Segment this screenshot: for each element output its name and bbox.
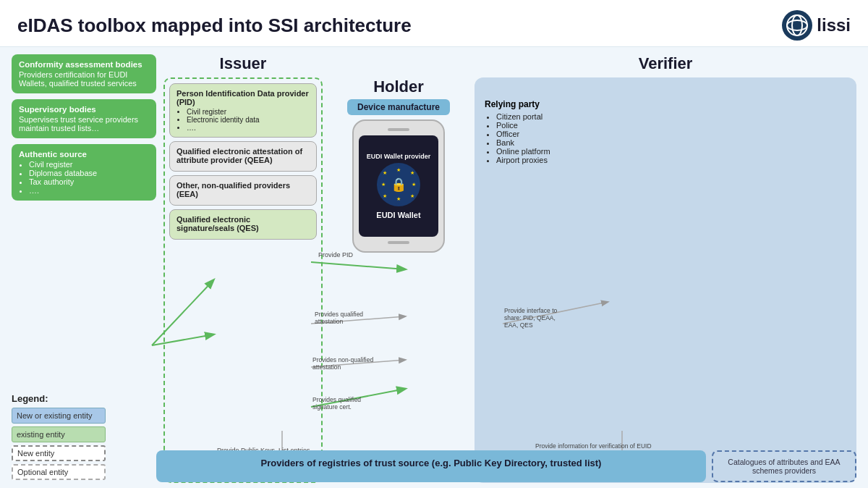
qes-title: Qualified electronic signature/seals (QE… <box>176 215 310 232</box>
legend-optional: Optional entity <box>12 464 156 480</box>
supervisory-box: Supervisory bodies Supervises trust serv… <box>12 99 156 138</box>
relying-party: Relying party Citizen portal Police Offi… <box>485 99 846 164</box>
svg-point-0 <box>787 15 807 35</box>
header: eIDAS toolbox mapped into SSI architectu… <box>0 0 868 47</box>
rp-item-4: Bank <box>496 138 846 147</box>
wallet-provider-label: EUDI Wallet provider <box>367 153 431 160</box>
conformity-title: Conformity assessment bodies <box>19 60 149 69</box>
phone-speaker <box>388 128 409 131</box>
supervisory-title: Supervisory bodies <box>19 105 149 114</box>
relying-party-title: Relying party <box>485 99 846 109</box>
issuer-title: Issuer <box>163 54 323 73</box>
svg-point-2 <box>787 20 807 30</box>
eea-box: Other, non-qualified providers (EEA) <box>169 175 317 206</box>
conformity-box: Conformity assessment bodies Providers c… <box>12 54 156 93</box>
legend-existing: existing entity <box>12 426 156 442</box>
authentic-item-1: Civil register <box>29 160 149 169</box>
bottom-dashed-box: Catalogues of attributes and EAA schemes… <box>712 450 856 482</box>
pid-item-3: …. <box>187 124 310 132</box>
phone-device: EUDI Wallet provider ★ ★ ★ ★ ★ ★ ★ ★ <box>352 119 445 253</box>
eudi-logo: ★ ★ ★ ★ ★ ★ ★ ★ 🔒 <box>377 163 420 206</box>
legend-title: Legend: <box>12 393 156 404</box>
legend: Legend: New or existing entity existing … <box>12 390 156 483</box>
logo: lissi <box>782 10 851 41</box>
svg-point-1 <box>792 15 802 35</box>
qeea-title: Qualified electronic attestation of attr… <box>176 147 310 164</box>
qeea-box: Qualified electronic attestation of attr… <box>169 141 317 172</box>
holder-title: Holder <box>373 77 424 96</box>
logo-text: lissi <box>817 15 851 35</box>
authentic-item-3: Tax authority <box>29 177 149 186</box>
issuer-dashed-box: Person Identification Data provider (PID… <box>163 77 323 483</box>
phone-screen: EUDI Wallet provider ★ ★ ★ ★ ★ ★ ★ ★ <box>359 135 438 237</box>
pid-box: Person Identification Data provider (PID… <box>169 83 317 138</box>
legend-box-green: existing entity <box>12 426 106 442</box>
main-content: Conformity assessment bodies Providers c… <box>0 47 868 488</box>
authentic-source-box: Authentic source Civil register Diplomas… <box>12 144 156 201</box>
authentic-item-2: Diplomas database <box>29 169 149 177</box>
pid-item-1: Civil register <box>187 108 310 116</box>
wallet-label: EUDI Wallet <box>376 211 420 219</box>
bottom-blue-bar: Providers of registries of trust source … <box>156 450 706 482</box>
rp-item-3: Officer <box>496 130 846 138</box>
verifier-column: Verifier Relying party Citizen portal Po… <box>475 54 856 483</box>
pid-item-2: Electronic identity data <box>187 116 310 124</box>
eea-title: Other, non-qualified providers (EEA) <box>176 181 310 198</box>
authentic-item-4: …. <box>29 186 149 195</box>
rp-item-1: Citizen portal <box>496 112 846 121</box>
legend-new: New entity <box>12 445 156 461</box>
lock-icon: 🔒 <box>391 177 407 193</box>
legend-box-white: New entity <box>12 445 106 461</box>
issuer-column: Issuer Person Identification Data provid… <box>163 54 323 483</box>
supervisory-body: Supervises trust service providers maint… <box>19 115 138 132</box>
logo-icon <box>782 10 812 41</box>
verifier-title: Verifier <box>475 54 856 73</box>
phone-home-button <box>388 241 409 244</box>
rp-item-6: Airport proxies <box>496 156 846 164</box>
legend-new-or-existing: New or existing entity <box>12 408 156 424</box>
bottom-section: Providers of registries of trust source … <box>156 450 856 482</box>
holder-column: Holder Device manufacture EUDI Wallet pr… <box>330 54 467 483</box>
qes-box: Qualified electronic signature/seals (QE… <box>169 209 317 240</box>
rp-item-5: Online platform <box>496 147 846 156</box>
left-column: Conformity assessment bodies Providers c… <box>12 54 156 483</box>
verifier-box: Relying party Citizen portal Police Offi… <box>475 77 856 483</box>
device-badge: Device manufacture <box>347 99 450 115</box>
page-title: eIDAS toolbox mapped into SSI architectu… <box>17 14 412 37</box>
legend-box-blue: New or existing entity <box>12 408 106 424</box>
conformity-body: Providers certification for EUDI Wallets… <box>19 70 137 88</box>
legend-box-dashed: Optional entity <box>12 464 106 480</box>
pid-title: Person Identification Data provider (PID… <box>176 89 310 106</box>
rp-item-2: Police <box>496 121 846 130</box>
authentic-title: Authentic source <box>19 150 149 159</box>
